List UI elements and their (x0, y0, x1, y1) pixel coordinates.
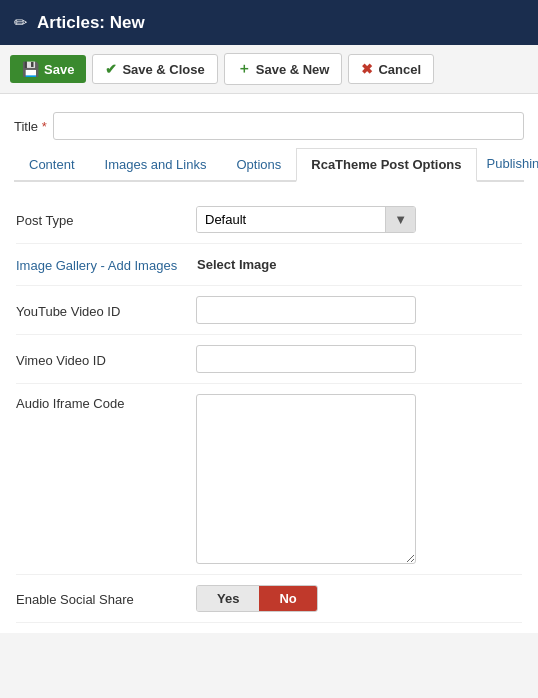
social-share-row: Enable Social Share Yes No (16, 575, 522, 623)
select-image-button[interactable]: Select Image (196, 254, 278, 275)
audio-iframe-textarea[interactable] (196, 394, 416, 564)
title-row: Title * (14, 104, 524, 148)
youtube-row: YouTube Video ID (16, 286, 522, 335)
youtube-input[interactable] (196, 296, 416, 324)
tab-content[interactable]: Content (14, 148, 90, 180)
tab-bar: Content Images and Links Options RcaThem… (14, 148, 524, 182)
title-input[interactable] (53, 112, 524, 140)
page-title: Articles: New (37, 13, 145, 33)
social-share-label: Enable Social Share (16, 590, 196, 607)
vimeo-input[interactable] (196, 345, 416, 373)
page-header: ✏ Articles: New (0, 0, 538, 45)
vimeo-label: Vimeo Video ID (16, 351, 196, 368)
cancel-button[interactable]: ✖ Cancel (348, 54, 434, 84)
plus-icon: ＋ (237, 60, 251, 78)
title-label: Title * (14, 119, 47, 134)
save-close-button[interactable]: ✔ Save & Close (92, 54, 217, 84)
post-type-label: Post Type (16, 211, 196, 228)
edit-icon: ✏ (14, 13, 27, 32)
image-gallery-label: Image Gallery - Add Images (16, 256, 196, 273)
cancel-label: Cancel (378, 62, 421, 77)
check-icon: ✔ (105, 61, 117, 77)
audio-iframe-row: Audio Iframe Code (16, 384, 522, 575)
image-gallery-row: Image Gallery - Add Images Select Image (16, 244, 522, 286)
form-section: Post Type Default ▼ Image Gallery - Add … (14, 196, 524, 623)
cancel-icon: ✖ (361, 61, 373, 77)
post-type-row: Post Type Default ▼ (16, 196, 522, 244)
toolbar: 💾 Save ✔ Save & Close ＋ Save & New ✖ Can… (0, 45, 538, 94)
tab-options[interactable]: Options (221, 148, 296, 180)
tab-publishing[interactable]: Publishing (477, 148, 538, 180)
save-icon: 💾 (22, 61, 39, 77)
main-content: Title * Content Images and Links Options… (0, 94, 538, 633)
audio-iframe-label: Audio Iframe Code (16, 394, 196, 411)
save-button[interactable]: 💾 Save (10, 55, 86, 83)
save-new-label: Save & New (256, 62, 330, 77)
social-share-toggle: Yes No (196, 585, 318, 612)
chevron-down-icon[interactable]: ▼ (385, 207, 415, 232)
social-share-no[interactable]: No (259, 586, 316, 611)
save-label: Save (44, 62, 74, 77)
required-indicator: * (42, 119, 47, 134)
social-share-yes[interactable]: Yes (197, 586, 259, 611)
tab-rca-theme[interactable]: RcaTheme Post Options (296, 148, 476, 182)
post-type-value: Default (197, 207, 385, 232)
tab-images-links[interactable]: Images and Links (90, 148, 222, 180)
post-type-select[interactable]: Default ▼ (196, 206, 416, 233)
vimeo-row: Vimeo Video ID (16, 335, 522, 384)
save-new-button[interactable]: ＋ Save & New (224, 53, 343, 85)
save-close-label: Save & Close (122, 62, 204, 77)
youtube-label: YouTube Video ID (16, 302, 196, 319)
